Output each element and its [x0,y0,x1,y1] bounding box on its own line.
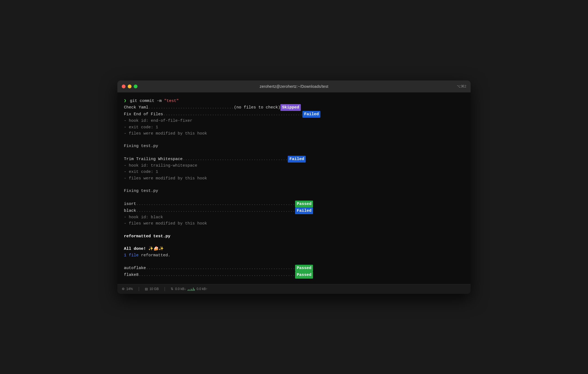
command-text: git commit -m [127,98,164,104]
fixing2-line: Fixing test.py [124,188,464,194]
hook-trim-exit: - exit code: 1 [124,169,464,175]
spacer1 [124,137,464,143]
all-done-text: All done! ✨🍰✨ [124,246,164,252]
reformatted-line: reformatted test.py [124,233,464,239]
black-badge: Failed [295,207,313,214]
minimize-button[interactable] [128,85,132,88]
hook-eof-modified: - files were modified by this hook [124,130,464,137]
check-yaml-line: Check Yaml..............................… [124,104,464,111]
fixing1-line: Fixing test.py [124,143,464,149]
fix-eof-name: Fix End of Files........................… [124,111,302,117]
spacer6 [124,239,464,246]
flake8-badge: Passed [295,272,313,278]
reformatted-text: reformatted test.py [124,233,170,239]
flake8-name: flake8..................................… [124,272,295,278]
window-shortcut: ⌥⌘2 [457,84,466,88]
divider2: | [164,286,165,291]
autoflake-badge: Passed [295,265,313,272]
isort-name: isort...................................… [124,201,295,207]
hook-black-modified: - files were modified by this hook [124,220,464,227]
terminal-window: zerohertz@zerohertz:~/Downloads/test ⌥⌘2… [117,80,471,294]
chart-bar-7 [194,289,195,291]
network-down: ⇅ 0.0 kB↓ 0.0 kB↑ [171,287,207,291]
close-button[interactable] [122,85,126,88]
memory-icon: ▤ [145,287,148,291]
spacer2 [124,149,464,156]
reformatted-count-line: 1 file reformatted. [124,252,464,258]
titlebar: zerohertz@zerohertz:~/Downloads/test ⌥⌘2 [117,80,471,92]
spacer3 [124,182,464,188]
network-up-value: 0.0 kB↑ [196,287,207,291]
isort-badge: Passed [295,201,313,207]
flake8-line: flake8..................................… [124,272,464,278]
hook-trim-modified: - files were modified by this hook [124,175,464,182]
network-down-value: 0.0 kB↓ [175,287,186,291]
network-chart [187,287,195,291]
chart-bar-6 [193,288,194,291]
traffic-lights [122,85,137,88]
trim-ws-name: Trim Trailing Whitespace................… [124,156,288,162]
chart-bar-2 [189,289,189,291]
yaml-badge: Skipped [280,104,301,111]
trim-ws-line: Trim Trailing Whitespace................… [124,156,464,163]
fix-eof-badge: Failed [302,111,320,118]
chart-bar-5 [192,289,193,291]
prompt-arrow: ❯ [124,98,126,104]
spacer5 [124,227,464,233]
black-line: black...................................… [124,207,464,214]
divider1: | [138,286,139,291]
spacer7 [124,258,464,265]
hook-eof-id: - hook id: end-of-file-fixer [124,118,464,124]
hook-black-id: - hook id: black [124,214,464,220]
cpu-value: 14% [126,287,133,291]
cpu-icon: ⚙ [122,287,125,291]
check-yaml-name: Check Yaml..............................… [124,104,280,111]
hook-trim-id: - hook id: trailing-whitespace [124,163,464,169]
terminal-content: ❯ git commit -m "test" Check Yaml.......… [117,92,471,284]
hook-eof-exit: - exit code: 1 [124,124,464,130]
fixing2-text: Fixing test.py [124,188,158,194]
fix-eof-line: Fix End of Files........................… [124,111,464,118]
trim-ws-badge: Failed [288,156,306,163]
all-done-line: All done! ✨🍰✨ [124,246,464,252]
network-icon: ⇅ [171,287,173,291]
autoflake-line: autoflake...............................… [124,265,464,272]
reformatted-count-num: 1 file [124,252,139,258]
cpu-usage: ⚙ 14% [122,287,133,291]
chart-bar-4 [191,289,192,291]
memory-usage: ▤ 10 GB [145,287,159,291]
chart-bar-1 [187,290,188,291]
isort-line: isort...................................… [124,201,464,207]
chart-bar-3 [190,290,190,291]
maximize-button[interactable] [134,85,137,88]
fixing1-text: Fixing test.py [124,143,158,149]
spacer4 [124,194,464,200]
autoflake-name: autoflake...............................… [124,265,295,271]
command-arg: "test" [164,98,179,104]
window-title: zerohertz@zerohertz:~/Downloads/test [260,84,329,89]
statusbar: ⚙ 14% | ▤ 10 GB | ⇅ 0.0 kB↓ 0.0 kB↑ [117,284,471,294]
black-name: black...................................… [124,208,295,214]
memory-value: 10 GB [149,287,159,291]
reformatted-count-text: reformatted. [139,252,170,258]
command-line: ❯ git commit -m "test" [124,98,464,104]
